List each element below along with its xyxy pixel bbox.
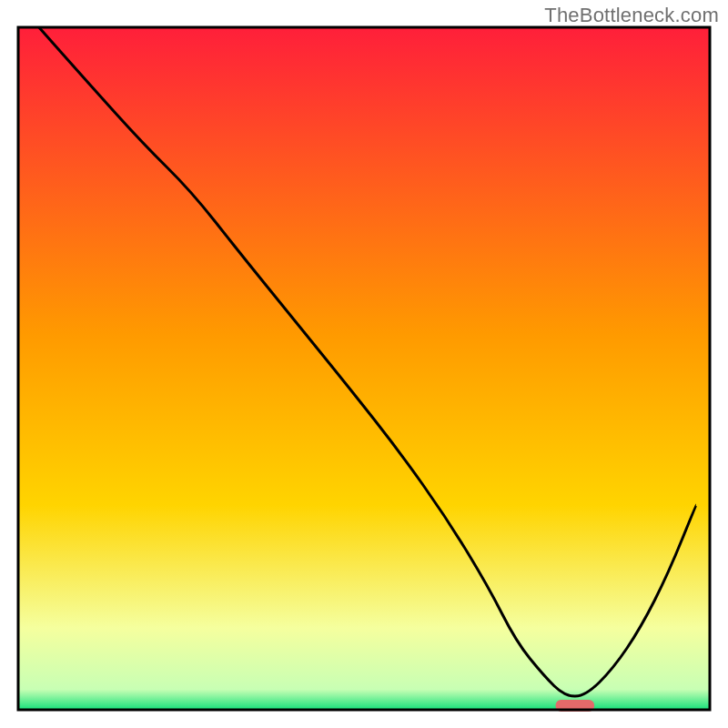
bottleneck-chart: TheBottleneck.com: [0, 0, 728, 728]
gradient-background: [18, 27, 710, 710]
watermark-text: TheBottleneck.com: [544, 4, 719, 27]
plot-svg: [0, 0, 728, 728]
